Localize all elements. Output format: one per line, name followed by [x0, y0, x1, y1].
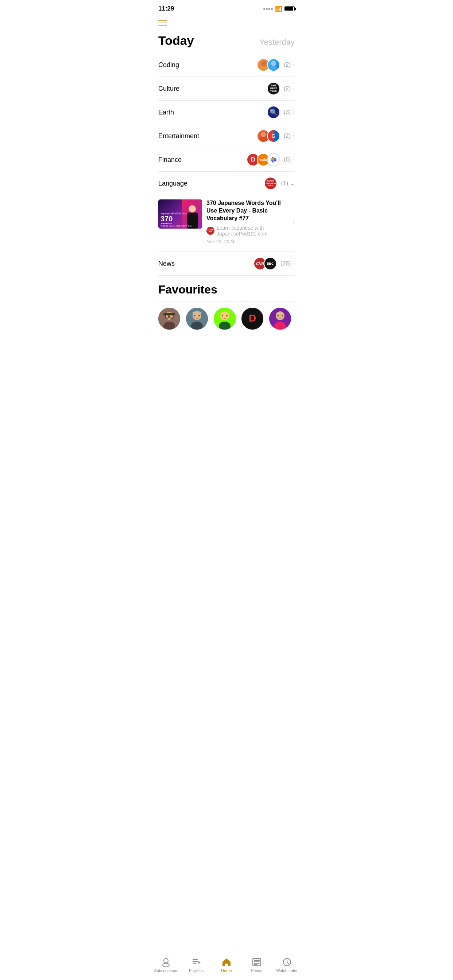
avatar-fin-3 [267, 153, 280, 166]
favourites-section: Favourites [151, 275, 302, 337]
favourite-item-4[interactable]: D [241, 308, 263, 329]
video-item[interactable]: JapanesePod101.com 370 JAPANESE WORDS YO… [158, 195, 295, 251]
favourites-divider [158, 302, 295, 302]
category-avatars-earth: 🔍 [267, 106, 280, 119]
svg-point-5 [259, 137, 267, 142]
svg-point-3 [270, 66, 278, 71]
category-count-entertainment: (2) [284, 133, 291, 139]
category-row-culture[interactable]: Culture THEFIRSTTAKE (2) › [158, 77, 295, 100]
video-thumbnail: JapanesePod101.com 370 JAPANESE WORDS YO… [158, 199, 202, 229]
svg-point-22 [220, 311, 229, 320]
avatar-lang-1: LEARNJAPANESEFREE [264, 177, 277, 190]
svg-point-32 [282, 315, 283, 317]
signal-icon [263, 8, 273, 10]
svg-text:D: D [249, 312, 256, 324]
chevron-right-icon: › [293, 86, 295, 92]
svg-point-24 [222, 315, 223, 317]
svg-point-1 [259, 66, 267, 71]
category-row-news[interactable]: News CNN BBC (26) › [158, 252, 295, 275]
favourites-row: D [158, 308, 295, 333]
favourite-item-3[interactable] [214, 308, 236, 329]
svg-point-4 [261, 132, 266, 137]
category-label-entertainment: Entertainment [158, 132, 257, 140]
status-bar: 11:29 📶 [151, 0, 302, 16]
hamburger-button[interactable] [158, 21, 167, 25]
chevron-right-icon: › [293, 261, 295, 267]
favourites-title: Favourites [158, 283, 295, 296]
category-avatars-coding [257, 58, 280, 72]
category-count-earth: (3) [284, 109, 291, 116]
category-label-news: News [158, 260, 254, 267]
category-row-entertainment[interactable]: Entertainment G (2) › [158, 124, 295, 148]
period-header: Today Yesterday [158, 30, 295, 53]
avatar-ent-2: G [267, 129, 280, 143]
svg-point-25 [226, 315, 228, 317]
category-label-earth: Earth [158, 109, 267, 116]
category-avatars-culture: THEFIRSTTAKE [267, 82, 280, 95]
svg-point-0 [261, 61, 266, 66]
category-row-earth[interactable]: Earth 🔍 (3) › [158, 100, 295, 124]
favourite-item-1[interactable] [158, 308, 180, 329]
category-avatars-entertainment: G [257, 129, 280, 143]
video-channel-name: Learn Japanese with JapanesePod101.com [217, 225, 290, 237]
chevron-right-icon: › [293, 133, 295, 139]
video-chevron-right: › [290, 199, 295, 244]
avatar-coding-2 [267, 58, 280, 72]
category-avatars-finance: D make [247, 153, 280, 166]
battery-icon [284, 6, 295, 11]
favourite-item-5[interactable] [269, 308, 291, 329]
category-label-finance: Finance [158, 156, 247, 164]
favourite-item-2[interactable] [186, 308, 208, 329]
category-count-language: (1) [281, 180, 288, 187]
yesterday-label: Yesterday [259, 38, 295, 47]
video-label: WORDS YOU'LL USE EVERY DAY [161, 225, 192, 227]
svg-point-29 [276, 311, 284, 320]
category-count-news: (26) [281, 260, 291, 267]
category-count-finance: (6) [284, 156, 291, 163]
video-title: 370 Japanese Words You'll Use Every Day … [206, 199, 290, 222]
category-row-coding[interactable]: Coding (2) › [158, 53, 295, 76]
status-time: 11:29 [158, 5, 174, 13]
wifi-icon: 📶 [275, 5, 282, 13]
video-channel-row: LEARNJPN Learn Japanese with JapanesePod… [206, 225, 290, 237]
video-date: Nov 22, 2024 [206, 239, 290, 244]
category-label-coding: Coding [158, 61, 257, 69]
channel-icon: LEARNJPN [206, 227, 214, 235]
svg-point-31 [277, 315, 279, 317]
avatar-culture-1: THEFIRSTTAKE [267, 82, 280, 95]
video-number: 370 [161, 215, 192, 223]
menu-area [151, 16, 302, 30]
category-row-finance[interactable]: Finance D make (6) › [158, 148, 295, 171]
chevron-right-icon: › [293, 110, 295, 115]
video-sub: JAPANESE [161, 223, 192, 225]
today-label: Today [158, 33, 194, 48]
status-icons: 📶 [263, 5, 295, 13]
category-count-coding: (2) [284, 62, 291, 68]
video-info: 370 Japanese Words You'll Use Every Day … [202, 199, 290, 244]
category-count-culture: (2) [284, 85, 291, 92]
category-label-language: Language [158, 180, 264, 188]
svg-rect-12 [163, 313, 175, 315]
chevron-down-icon: ⌄ [290, 180, 295, 186]
category-label-culture: Culture [158, 85, 267, 92]
avatar-news-bbc: BBC [264, 257, 277, 270]
category-avatars-news: CNN BBC [254, 257, 277, 270]
svg-point-2 [271, 61, 276, 66]
avatar-earth-1: 🔍 [267, 106, 280, 119]
chevron-right-icon: › [293, 157, 295, 162]
category-avatars-language: LEARNJAPANESEFREE [264, 177, 277, 190]
svg-point-19 [194, 315, 196, 317]
chevron-right-icon: › [293, 62, 295, 68]
svg-point-20 [198, 315, 200, 317]
category-row-language[interactable]: Language LEARNJAPANESEFREE (1) ⌄ [158, 172, 295, 195]
